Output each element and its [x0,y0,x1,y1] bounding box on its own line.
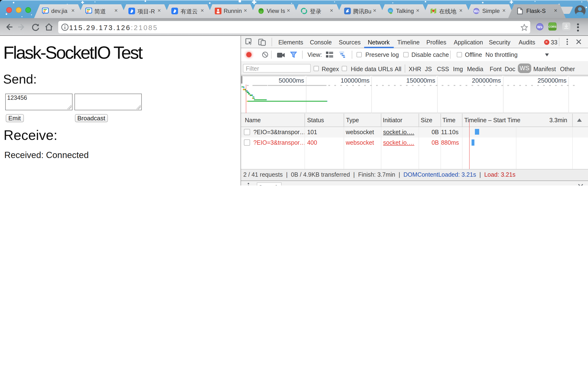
svg-text:CORS: CORS [549,25,556,28]
svg-text:Ws: Ws [537,25,542,29]
svg-text:Ws: Ws [474,9,479,13]
